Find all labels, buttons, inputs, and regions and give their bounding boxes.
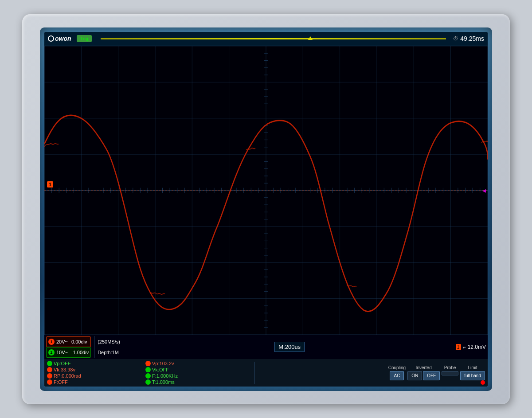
grid-svg: [44, 46, 488, 335]
time-readout: ⏱ 49.25ms: [453, 35, 484, 42]
ch2-vp-dot: [47, 361, 52, 366]
trigger-value: 12.0mV: [468, 344, 486, 350]
ch2-scale: 10V~: [56, 350, 68, 355]
trigger-ch-indicator: 1: [456, 344, 461, 350]
channel1-marker: 1: [47, 181, 53, 188]
ch1-dot: 1: [48, 339, 55, 345]
ch2-dot: 2: [48, 349, 55, 355]
depth: Depth:1M: [98, 350, 119, 355]
limit-label: Limit: [468, 365, 477, 370]
limit-group: Limit full band: [460, 365, 485, 380]
ch2-f-dot: [145, 373, 151, 379]
depth-row: Depth:1M: [96, 347, 122, 358]
ch1-vk-label: Vk:33.98v: [54, 367, 75, 372]
header-bar: owon Trig ⏱ 49.25ms: [44, 32, 488, 46]
ch1-scale-row: 1 20V~ 0.00div: [46, 336, 91, 347]
waveform-grid: 1 ◂: [44, 46, 488, 335]
separator-1: [94, 336, 94, 358]
sample-rate-row: (250MS/s): [96, 336, 122, 347]
probe-btn-row: [442, 371, 458, 375]
inverted-on-button[interactable]: ON: [407, 371, 422, 380]
trigger-line-container: [101, 38, 446, 39]
sample-rate-block: (250MS/s) Depth:1M: [96, 336, 122, 358]
ch1-f-item: F:OFF: [47, 379, 145, 385]
ch1-vp-dot: [145, 361, 151, 366]
time-offset-value: 49.25ms: [460, 35, 484, 42]
ch2-scale-row: 2 10V~ -1.00div: [46, 347, 91, 358]
ch1-offset: 0.00div: [71, 339, 87, 344]
inverted-btn-row: ON OFF: [407, 371, 440, 380]
probe-group: Probe: [442, 365, 458, 380]
ch1-f-label: F:OFF: [54, 379, 68, 385]
controls-bar: Vp:OFF Vp:103.2v Vk:33.98v Vk:OFF: [44, 359, 488, 387]
inverted-off-button[interactable]: OFF: [423, 371, 440, 380]
trigger-marker: ◂: [482, 186, 486, 195]
trigger-ch-badge: 1: [456, 344, 461, 350]
ch1-rp-item: RP:0.000rad: [47, 373, 145, 379]
trig-badge: Trig: [77, 35, 92, 42]
inverted-label: Inverted: [416, 365, 432, 370]
ch2-vp-label: Vp:OFF: [54, 361, 71, 366]
inverted-group: Inverted ON OFF: [407, 365, 440, 380]
ch1-f-dot: [47, 379, 52, 385]
measurements-panel: Vp:OFF Vp:103.2v Vk:33.98v Vk:OFF: [47, 361, 251, 385]
oscilloscope-screen: owon Trig ⏱ 49.25ms: [44, 32, 488, 387]
ch1-vp-item: Vp:103.2v: [145, 361, 243, 366]
ch2-offset: -1.00div: [71, 350, 89, 355]
ch2-t-dot: [145, 379, 151, 385]
separator-2: [254, 362, 254, 384]
ch2-f-item: F:1.000KHz: [145, 373, 243, 379]
ch2-vk-label: Vk:OFF: [152, 367, 169, 372]
sample-rate: (250MS/s): [98, 339, 120, 344]
ch2-t-item: T:1.000ms: [145, 379, 243, 385]
ch1-vk-item: Vk:33.98v: [47, 367, 145, 372]
limit-btn-row: full band: [460, 371, 485, 380]
trig-label: Trig: [80, 36, 89, 41]
trigger-threshold-icon: ⌐: [463, 344, 466, 350]
timebase-area: M:200us: [124, 342, 456, 352]
coupling-label: Coupling: [388, 365, 406, 370]
screen-bezel: owon Trig ⏱ 49.25ms: [40, 27, 492, 391]
clock-icon: ⏱: [453, 35, 458, 42]
red-indicator-dot: [481, 380, 485, 385]
ch2-t-label: T:1.000ms: [152, 379, 175, 385]
owon-logo: owon: [48, 35, 71, 42]
probe-button[interactable]: [442, 371, 458, 375]
trigger-level-area: 1 ⌐ 12.0mV: [456, 344, 486, 350]
ch2-vk-dot: [145, 367, 151, 372]
ch1-vp-label: Vp:103.2v: [152, 361, 174, 366]
trigger-line: [101, 38, 446, 39]
channel-info-bar: 1 20V~ 0.00div 2 10V~ -1.00div (250MS/s): [44, 335, 488, 359]
timebase-value: M:200us: [274, 342, 305, 352]
coupling-ac-button[interactable]: AC: [390, 371, 404, 380]
logo-circle: [48, 35, 54, 42]
ch1-info-block: 1 20V~ 0.00div 2 10V~ -1.00div: [46, 336, 91, 358]
limit-value-button[interactable]: full band: [460, 371, 485, 380]
ch2-f-label: F:1.000KHz: [152, 373, 178, 379]
ch1-rp-dot: [47, 373, 52, 379]
probe-label: Probe: [444, 365, 456, 370]
ch1-vk-dot: [47, 367, 52, 372]
ch2-vk-item: Vk:OFF: [145, 367, 243, 372]
coupling-btn-row: AC: [390, 371, 404, 380]
logo-text: owon: [55, 35, 71, 42]
ch1-scale: 20V~: [56, 339, 68, 344]
coupling-group: Coupling AC: [388, 365, 406, 380]
ch2-vp-item: Vp:OFF: [47, 361, 145, 366]
ch1-rp-label: RP:0.000rad: [54, 373, 81, 379]
control-buttons: Coupling AC Inverted ON OFF: [258, 365, 485, 380]
monitor: owon Trig ⏱ 49.25ms: [22, 14, 510, 404]
